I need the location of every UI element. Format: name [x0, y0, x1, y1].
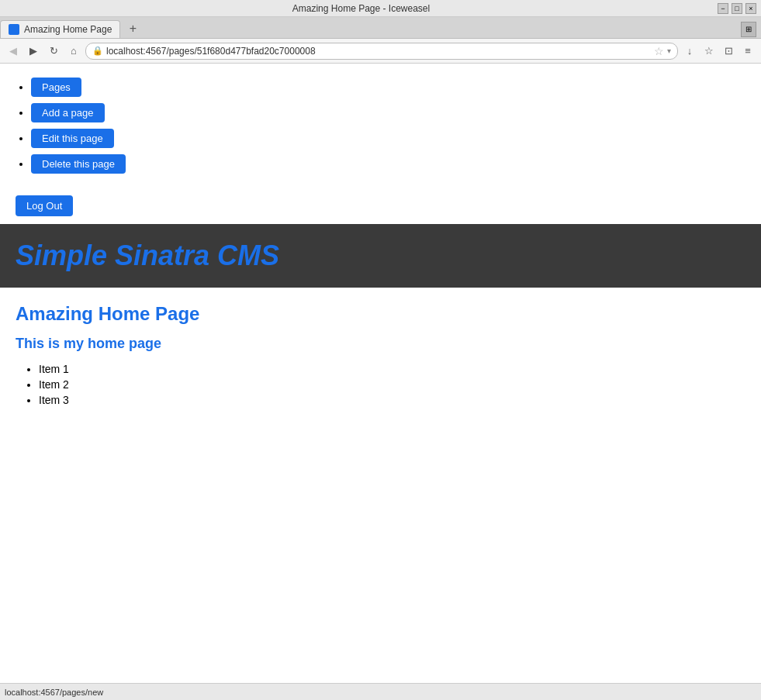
forward-button[interactable]: ▶	[25, 43, 42, 60]
nav-list-item-delete: Delete this page	[31, 154, 745, 174]
cms-header: Simple Sinatra CMS	[0, 224, 761, 288]
pages-button[interactable]: Pages	[31, 78, 81, 97]
back-button[interactable]: ◀	[5, 43, 22, 60]
list-item: Item 1	[39, 363, 745, 375]
active-tab[interactable]: Amazing Home Page	[0, 20, 120, 38]
list-item: Item 3	[39, 394, 745, 406]
window-controls: − □ ×	[718, 3, 756, 14]
bookmark-button[interactable]: ☆	[700, 43, 718, 60]
tab-label: Amazing Home Page	[24, 24, 112, 35]
page-items-list: Item 1Item 2Item 3	[16, 363, 745, 406]
title-bar: Amazing Home Page - Iceweasel − □ ×	[0, 0, 761, 17]
add-page-button[interactable]: Add a page	[31, 103, 105, 122]
nav-bar-right: ↓ ☆ ⊡ ≡	[681, 43, 756, 60]
tab-bar-right: ⊞	[739, 20, 761, 38]
page-title: Amazing Home Page	[16, 303, 745, 325]
address-dropdown-icon[interactable]: ▾	[667, 47, 671, 55]
delete-page-button[interactable]: Delete this page	[31, 154, 126, 174]
tab-bar: Amazing Home Page + ⊞	[0, 17, 761, 39]
new-tab-button[interactable]: +	[123, 20, 142, 37]
page-description: This is my home page	[16, 336, 745, 352]
minimize-button[interactable]: −	[718, 3, 728, 14]
nav-list-item-pages: Pages	[31, 78, 745, 97]
nav-bar: ◀ ▶ ↻ ⌂ 🔒 localhost:4567/pages/51f680d47…	[0, 39, 761, 64]
lock-icon: 🔒	[92, 46, 103, 56]
maximize-button[interactable]: □	[732, 3, 742, 14]
screenshot-button[interactable]: ⊡	[720, 43, 737, 60]
reload-button[interactable]: ↻	[45, 43, 62, 60]
bookmark-star-icon[interactable]: ☆	[654, 45, 664, 57]
logout-area: Log Out	[0, 188, 761, 224]
cms-header-title: Simple Sinatra CMS	[16, 240, 745, 272]
edit-page-button[interactable]: Edit this page	[31, 129, 114, 148]
nav-list-item-add: Add a page	[31, 103, 745, 122]
nav-list-item-edit: Edit this page	[31, 129, 745, 148]
url-display: localhost:4567/pages/51f680d477bfad20c70…	[106, 46, 651, 57]
close-button[interactable]: ×	[745, 3, 756, 14]
tab-favicon-icon	[9, 24, 19, 35]
address-bar[interactable]: 🔒 localhost:4567/pages/51f680d477bfad20c…	[85, 43, 678, 60]
tab-bar-action-button[interactable]: ⊞	[741, 22, 756, 37]
logout-button[interactable]: Log Out	[16, 195, 73, 216]
window-title: Amazing Home Page - Iceweasel	[5, 3, 718, 14]
nav-list: Pages Add a page Edit this page Delete t…	[16, 78, 745, 174]
home-button[interactable]: ⌂	[65, 43, 82, 60]
list-item: Item 2	[39, 378, 745, 391]
main-content: Amazing Home Page This is my home page I…	[0, 288, 761, 425]
page-content: Pages Add a page Edit this page Delete t…	[0, 64, 761, 683]
nav-menu: Pages Add a page Edit this page Delete t…	[0, 64, 761, 188]
download-button[interactable]: ↓	[681, 43, 698, 60]
menu-button[interactable]: ≡	[739, 43, 756, 60]
